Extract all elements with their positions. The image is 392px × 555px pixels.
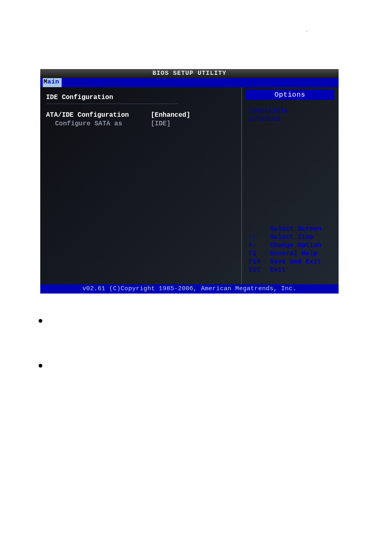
help-desc: Select Screen <box>270 225 334 233</box>
key-help: ← Select Screen ↑↓ Select Item +- Change… <box>249 225 334 275</box>
option-enhanced[interactable]: Enhanced <box>249 116 339 123</box>
menu-tab-main[interactable]: Main <box>43 78 62 87</box>
config-value: [IDE] <box>151 120 235 127</box>
help-desc: Save and Exit <box>270 258 334 266</box>
help-row: ← Select Screen <box>249 225 334 233</box>
bios-footer: v02.61 (C)Copyright 1985-2006, American … <box>40 284 339 294</box>
bios-content: IDE Configuration ATA/IDE Configuration … <box>40 87 339 284</box>
config-label: Configure SATA as <box>46 120 151 127</box>
section-heading: IDE Configuration <box>46 94 235 101</box>
bios-title: BIOS SETUP UTILITY <box>40 69 339 78</box>
config-row-ata-ide[interactable]: ATA/IDE Configuration [Enhanced] <box>46 111 235 119</box>
up-down-arrow-icon: ↑↓ <box>249 234 270 241</box>
help-key: ESC <box>249 266 270 274</box>
help-key: F10 <box>249 258 270 266</box>
options-header: Options <box>245 90 334 100</box>
help-desc: Select Item <box>270 234 334 241</box>
help-row: F1 General Help <box>249 250 334 257</box>
bios-menu-bar: Main <box>40 78 339 87</box>
config-value: [Enhanced] <box>151 111 235 119</box>
help-row: F10 Save and Exit <box>249 258 334 266</box>
help-desc: General Help <box>270 250 334 257</box>
plus-minus-icon: +- <box>249 242 270 249</box>
help-desc: Exit <box>270 266 334 274</box>
left-panel: IDE Configuration ATA/IDE Configuration … <box>40 87 241 284</box>
config-row-sata[interactable]: Configure SATA as [IDE] <box>46 120 235 127</box>
help-row: +- Change Option <box>249 242 334 249</box>
bullet-icon <box>39 364 42 368</box>
config-label: ATA/IDE Configuration <box>46 111 151 119</box>
help-key: F1 <box>249 250 270 257</box>
bullet-list <box>39 319 42 409</box>
stray-punctuation: , <box>306 27 307 32</box>
right-panel: Options Compatible Enhanced ← Select Scr… <box>241 87 339 284</box>
option-compatible[interactable]: Compatible <box>249 107 339 115</box>
help-row: ↑↓ Select Item <box>249 234 334 241</box>
options-list: Compatible Enhanced <box>242 100 339 123</box>
help-desc: Change Option <box>270 242 334 249</box>
bullet-icon <box>39 319 42 323</box>
section-underline <box>46 104 178 104</box>
help-row: ESC Exit <box>249 266 334 274</box>
bios-window: BIOS SETUP UTILITY Main IDE Configuratio… <box>40 69 339 294</box>
left-arrow-icon: ← <box>249 225 270 233</box>
